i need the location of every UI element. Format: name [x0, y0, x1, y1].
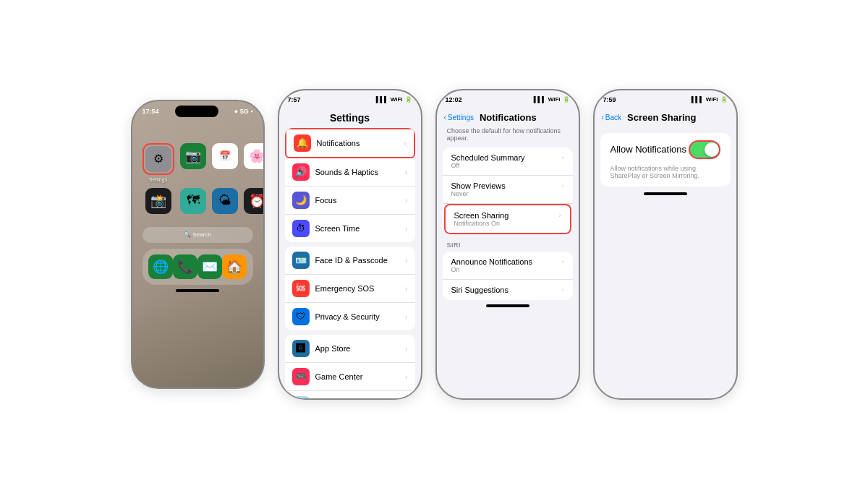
settings-notifications[interactable]: 🔔 Notifications ›: [285, 128, 415, 158]
scheduled-summary-chevron: ›: [562, 154, 564, 161]
screentime-icon: ⏱: [292, 220, 310, 237]
search-bar[interactable]: 🔍 Search: [142, 227, 253, 243]
emergency-icon: 🆘: [292, 280, 310, 297]
notifications-label: Notifications: [317, 139, 398, 147]
settings-icon[interactable]: ⚙: [145, 146, 171, 172]
back-button-3[interactable]: ‹ Settings: [444, 114, 474, 121]
camera-icon[interactable]: 📸: [145, 188, 171, 214]
settings-icloud[interactable]: ☁ iCloud ›: [285, 391, 415, 400]
focus-icon: 🌙: [292, 192, 310, 209]
faceid-chevron: ›: [405, 256, 408, 265]
faceid-icon: 🪪: [292, 252, 310, 269]
settings-group-2: 🪪 Face ID & Passcode › 🆘 Emergency SOS ›…: [285, 247, 415, 330]
back-chevron-4: ‹: [602, 114, 604, 121]
emergency-label: Emergency SOS: [315, 284, 399, 293]
dock-mail[interactable]: ✉️: [197, 254, 222, 279]
icloud-icon: ☁: [292, 396, 310, 400]
status-bar-1: 17:54 ● 5G ▪: [132, 101, 263, 121]
toggle-knob: [705, 142, 719, 157]
photos-app[interactable]: 🌸: [244, 143, 265, 182]
back-chevron-3: ‹: [444, 114, 446, 121]
gamecenter-icon: 🎮: [292, 368, 310, 385]
settings-screen-title: Settings: [279, 109, 421, 128]
gamecenter-label: Game Center: [315, 372, 399, 381]
calendar-icon[interactable]: 📅: [212, 143, 238, 169]
privacy-icon: 🛡: [292, 308, 310, 325]
screen-sharing-item[interactable]: Screen Sharing › Notifications On: [446, 205, 570, 233]
nav-title-4: Screen Sharing: [627, 112, 696, 123]
home-indicator-1: [176, 289, 219, 292]
dynamic-island: [175, 106, 218, 117]
phone-1-homescreen: 17:54 ● 5G ▪ ⚙ Settings 📷 📅 🌸 📸 🗺: [131, 100, 265, 389]
dock-home[interactable]: 🏠: [222, 254, 247, 279]
sounds-chevron: ›: [405, 168, 408, 176]
home-indicator-4: [644, 192, 687, 195]
time-3: 12:02: [446, 96, 462, 103]
maps-icon[interactable]: 🗺: [180, 188, 206, 214]
show-previews-chevron: ›: [562, 182, 564, 189]
settings-group-3: 🅰 App Store › 🎮 Game Center › ☁ iCloud ›…: [285, 335, 415, 400]
home-indicator-3: [486, 304, 529, 307]
sounds-icon: 🔊: [292, 163, 310, 181]
time-2: 7:57: [288, 96, 301, 103]
app-grid: ⚙ Settings 📷 📅 🌸 📸 🗺 🌤 ⏰: [132, 129, 263, 221]
focus-chevron: ›: [405, 196, 408, 205]
status-bar-2: 7:57 ▌▌▌WiFi🔋: [279, 90, 421, 109]
facetime-icon[interactable]: 📷: [180, 143, 206, 169]
screen-sharing-sub: Notifications On: [454, 220, 561, 227]
screentime-chevron: ›: [405, 224, 408, 233]
back-button-4[interactable]: ‹ Back: [602, 114, 622, 121]
screen-sharing-item-highlight: Screen Sharing › Notifications On: [444, 204, 571, 234]
settings-app[interactable]: ⚙ Settings: [142, 143, 174, 182]
siri-suggestions-title: Siri Suggestions: [451, 286, 509, 294]
maps-app[interactable]: 🗺: [180, 188, 206, 214]
nav-title-3: Notifications: [480, 112, 537, 123]
settings-faceid[interactable]: 🪪 Face ID & Passcode ›: [285, 247, 415, 275]
facetime-app[interactable]: 📷: [180, 143, 206, 182]
settings-screentime[interactable]: ⏱ Screen Time ›: [285, 215, 415, 242]
siri-suggestions-item[interactable]: Siri Suggestions ›: [443, 280, 573, 300]
settings-sounds[interactable]: 🔊 Sounds & Haptics ›: [285, 158, 415, 187]
focus-label: Focus: [315, 196, 399, 205]
phone-3-notifications: 12:02 ▌▌▌WiFi🔋 ‹ Settings Notifications …: [435, 89, 580, 400]
privacy-label: Privacy & Security: [315, 312, 399, 321]
settings-focus[interactable]: 🌙 Focus ›: [285, 187, 415, 215]
announce-notifications-item[interactable]: Announce Notifications › On: [443, 252, 573, 280]
allow-notifications-description: Allow notifications while using SharePla…: [610, 165, 720, 179]
status-icons-2: ▌▌▌WiFi🔋: [376, 96, 412, 103]
scheduled-summary-sub: Off: [451, 162, 564, 169]
settings-gamecenter[interactable]: 🎮 Game Center ›: [285, 363, 415, 391]
appstore-icon: 🅰: [292, 340, 310, 357]
announce-notif-title: Announce Notifications: [451, 257, 533, 266]
weather-icon[interactable]: 🌤: [212, 188, 238, 214]
show-previews-item[interactable]: Show Previews › Never: [443, 176, 573, 204]
allow-notifications-section: Allow Notifications Allow notifications …: [600, 133, 731, 187]
calendar-app[interactable]: 📅: [212, 143, 238, 182]
time-1: 17:54: [142, 108, 159, 115]
settings-appstore[interactable]: 🅰 App Store ›: [285, 335, 415, 363]
dock-phone[interactable]: 📞: [173, 254, 197, 279]
notifications-description: Choose the default for how notifications…: [437, 127, 579, 147]
photos-icon[interactable]: 🌸: [244, 143, 265, 169]
phone-4-screensharing: 7:59 ▌▌▌WiFi🔋 ‹ Back Screen Sharing Allo…: [593, 89, 738, 400]
weather-app[interactable]: 🌤: [212, 188, 238, 214]
camera-app[interactable]: 📸: [142, 188, 174, 214]
allow-notifications-label: Allow Notifications: [610, 144, 687, 155]
scheduled-summary-title: Scheduled Summary: [451, 153, 525, 162]
dock: 🌐 📞 ✉️ 🏠: [142, 249, 253, 285]
status-icons-4: ▌▌▌WiFi🔋: [692, 96, 728, 103]
settings-emergency[interactable]: 🆘 Emergency SOS ›: [285, 275, 415, 303]
screentime-label: Screen Time: [315, 224, 399, 233]
search-placeholder: 🔍 Search: [184, 231, 211, 238]
settings-privacy[interactable]: 🛡 Privacy & Security ›: [285, 303, 415, 330]
clock-icon[interactable]: ⏰: [244, 188, 265, 214]
clock-app[interactable]: ⏰: [244, 188, 265, 214]
dock-safari[interactable]: 🌐: [148, 254, 173, 279]
settings-label: Settings: [149, 177, 167, 182]
nav-bar-4: ‹ Back Screen Sharing: [595, 109, 736, 127]
gamecenter-chevron: ›: [405, 372, 408, 381]
scheduled-summary-item[interactable]: Scheduled Summary › Off: [443, 147, 573, 176]
allow-notifications-toggle[interactable]: [689, 140, 720, 159]
nav-bar-3: ‹ Settings Notifications: [437, 109, 579, 127]
status-bar-3: 12:02 ▌▌▌WiFi🔋: [437, 90, 579, 109]
